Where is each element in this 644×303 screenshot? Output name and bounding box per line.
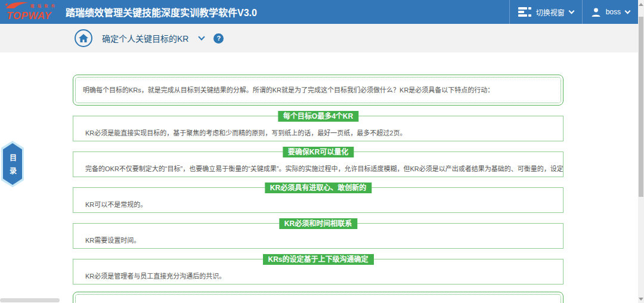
kr-section: 明确每个目标的KRs，就是完成从目标到关键结果的分解。所谓的KR就是为了完成这个…	[73, 75, 564, 303]
user-icon	[591, 7, 601, 17]
kr-card: 每个目标O最多4个KR KR必须是能直接实现目标的，基于聚焦的考虑和少而精的原则…	[73, 116, 564, 141]
toc-tab-label: 目录	[8, 154, 18, 180]
scroll-up-arrow-icon[interactable]	[639, 3, 643, 6]
kr-card-badge: 每个目标O最多4个KR	[278, 111, 358, 122]
scroll-down-arrow-icon[interactable]	[639, 298, 643, 301]
vertical-scrollbar[interactable]	[638, 0, 644, 303]
kr-card: KR必须具有进取心、敢创新的 KR可以不是常规的。	[73, 187, 564, 213]
app-title: 踏瑞绩效管理关键技能深度实训教学软件V3.0	[66, 5, 257, 19]
question-mark-icon: ?	[217, 35, 221, 42]
topway-logo[interactable]: 踏 瑞 软 件 TOPWAY	[5, 1, 58, 23]
kr-card-badge: KR必须和时间相联系	[279, 218, 357, 229]
help-button[interactable]: ?	[213, 33, 224, 44]
main-content: 明确每个目标的KRs，就是完成从目标到关键结果的分解。所谓的KR就是为了完成这个…	[0, 52, 638, 303]
intro-text: 明确每个目标的KRs，就是完成从目标到关键结果的分解。所谓的KR就是为了完成这个…	[75, 77, 561, 103]
user-menu[interactable]: boss	[582, 0, 638, 24]
home-icon	[79, 34, 88, 42]
page-title: 确定个人关键目标的KR	[102, 32, 188, 44]
logo-subtitle: 踏 瑞 软 件	[30, 3, 56, 8]
case-text: 由于梦瑶还是产品新人，对于竞品分析第一次接手，于是小组负责人艾玛给梦瑶简单讲了讲…	[75, 294, 561, 303]
toc-tab[interactable]: 目录	[1, 141, 24, 187]
top-header-bar: 踏 瑞 软 件 TOPWAY 踏瑞绩效管理关键技能深度实训教学软件V3.0 切换…	[0, 0, 638, 24]
switch-view-icon	[518, 7, 531, 17]
kr-card: KR必须和时间相联系 KR需要设置时间。	[73, 223, 564, 249]
app-window: 踏 瑞 软 件 TOPWAY 踏瑞绩效管理关键技能深度实训教学软件V3.0 切换…	[0, 0, 644, 303]
chevron-down-icon	[568, 8, 574, 14]
header-actions: 切换视窗 boss	[509, 0, 638, 24]
switch-view-label: 切换视窗	[536, 7, 565, 17]
switch-view-menu[interactable]: 切换视窗	[509, 0, 582, 24]
kr-card-badge: KRs的设定基于上下级沟通确定	[262, 254, 373, 265]
kr-card: KRs的设定基于上下级沟通确定 KR必须是管理者与员工直接充分沟通后的共识。	[73, 259, 564, 285]
toc-tab-hexagon: 目录	[3, 143, 22, 185]
intro-box: 明确每个目标的KRs，就是完成从目标到关键结果的分解。所谓的KR就是为了完成这个…	[73, 75, 564, 106]
page-title-dropdown-chevron-icon[interactable]	[199, 33, 205, 40]
logo-brand-text: TOPWAY	[7, 10, 51, 22]
horizontal-scrollbar-thumb[interactable]	[0, 298, 60, 302]
kr-card-badge: 要确保KR可以量化	[283, 147, 354, 157]
chevron-down-icon	[625, 8, 631, 14]
breadcrumb-bar: 确定个人关键目标的KR ?	[0, 24, 638, 52]
vertical-scrollbar-thumb[interactable]	[639, 17, 643, 197]
kr-card: 要确保KR可以量化 完备的OKR不仅要制定大的“目标”，也要确立易于衡量的“关键…	[73, 152, 564, 177]
user-name-label: boss	[606, 8, 621, 16]
home-button[interactable]	[75, 29, 92, 47]
case-box: 由于梦瑶还是产品新人，对于竞品分析第一次接手，于是小组负责人艾玛给梦瑶简单讲了讲…	[73, 292, 564, 303]
kr-card-badge: KR必须具有进取心、敢创新的	[265, 183, 371, 193]
